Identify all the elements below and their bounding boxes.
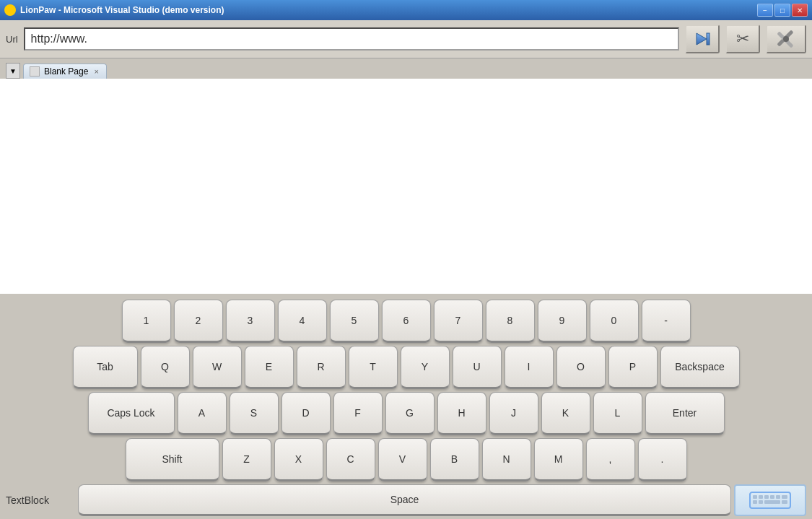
tab-blank-page[interactable]: Blank Page × — [23, 64, 107, 79]
key-5[interactable]: 5 — [330, 300, 379, 343]
key-8[interactable]: 8 — [486, 300, 535, 343]
key-o[interactable]: O — [556, 346, 606, 389]
key-c[interactable]: C — [326, 438, 375, 481]
key-k[interactable]: K — [541, 392, 590, 435]
svg-rect-15 — [782, 500, 787, 504]
svg-rect-14 — [764, 500, 780, 504]
key-d[interactable]: D — [281, 392, 331, 435]
key-row-zxcv: Shift Z X C V B N M , . — [126, 438, 687, 481]
key-backspace[interactable]: Backspace — [660, 346, 740, 389]
keyboard-rows: 1 2 3 4 5 6 7 8 9 0 - Tab Q W E R T Y U … — [0, 300, 812, 481]
key-j[interactable]: J — [489, 392, 538, 435]
tab-label: Blank Page — [44, 66, 88, 77]
svg-rect-10 — [776, 495, 780, 499]
key-v[interactable]: V — [378, 438, 427, 481]
close-button[interactable]: ✕ — [792, 4, 808, 17]
svg-rect-13 — [759, 500, 763, 504]
navigate-button[interactable] — [685, 25, 720, 53]
key-b[interactable]: B — [430, 438, 479, 481]
key-4[interactable]: 4 — [278, 300, 327, 343]
key-7[interactable]: 7 — [434, 300, 483, 343]
svg-point-4 — [783, 36, 789, 42]
svg-rect-11 — [782, 495, 787, 499]
key-3[interactable]: 3 — [226, 300, 275, 343]
key-tab[interactable]: Tab — [73, 346, 138, 389]
key-1[interactable]: 1 — [122, 300, 171, 343]
minimize-button[interactable]: − — [757, 4, 773, 17]
toolbar: Url ✂ — [0, 20, 812, 58]
title-bar: LionPaw - Microsoft Visual Studio (demo … — [0, 0, 812, 20]
key-u[interactable]: U — [453, 346, 502, 389]
key-h[interactable]: H — [437, 392, 486, 435]
svg-rect-9 — [770, 495, 774, 499]
scissors-icon: ✂ — [736, 30, 749, 48]
keyboard-icon — [748, 489, 792, 511]
app-title: LionPaw - Microsoft Visual Studio (demo … — [20, 5, 224, 15]
textblock-label: TextBlock — [6, 494, 78, 506]
key-shift[interactable]: Shift — [126, 438, 219, 481]
key-s[interactable]: S — [230, 392, 279, 435]
key-2[interactable]: 2 — [174, 300, 223, 343]
key-t[interactable]: T — [349, 346, 398, 389]
tools-icon — [773, 26, 799, 52]
key-0[interactable]: 0 — [590, 300, 639, 343]
app-icon — [4, 4, 16, 16]
key-9[interactable]: 9 — [538, 300, 587, 343]
tabs-bar: ▼ Blank Page × — [0, 58, 812, 79]
key-e[interactable]: E — [245, 346, 294, 389]
svg-rect-6 — [753, 495, 757, 499]
title-bar-left: LionPaw - Microsoft Visual Studio (demo … — [4, 4, 224, 16]
key-caps-lock[interactable]: Caps Lock — [88, 392, 175, 435]
key-z[interactable]: Z — [222, 438, 271, 481]
key-x[interactable]: X — [274, 438, 323, 481]
key-y[interactable]: Y — [401, 346, 450, 389]
key-w[interactable]: W — [193, 346, 242, 389]
key-p[interactable]: P — [608, 346, 658, 389]
key-6[interactable]: 6 — [382, 300, 431, 343]
key-i[interactable]: I — [505, 346, 554, 389]
key-n[interactable]: N — [482, 438, 531, 481]
svg-rect-12 — [753, 500, 757, 504]
dropdown-arrow-icon: ▼ — [9, 67, 17, 75]
bottom-bar: TextBlock Space — [0, 481, 812, 519]
tab-close-button[interactable]: × — [92, 67, 100, 76]
tools-button[interactable] — [766, 25, 806, 53]
key-enter[interactable]: Enter — [645, 392, 725, 435]
svg-rect-7 — [759, 495, 763, 499]
tab-page-icon — [30, 66, 40, 77]
key-g[interactable]: G — [385, 392, 435, 435]
url-label: Url — [6, 34, 18, 45]
browser-content — [0, 79, 812, 294]
key-row-asdf: Caps Lock A S D F G H J K L Enter — [88, 392, 725, 435]
key-f[interactable]: F — [333, 392, 383, 435]
svg-marker-0 — [697, 33, 707, 45]
key-l[interactable]: L — [593, 392, 642, 435]
keyboard-icon-button[interactable] — [734, 484, 806, 516]
window-controls: − □ ✕ — [757, 4, 808, 17]
key-comma[interactable]: , — [586, 438, 635, 481]
key-a[interactable]: A — [178, 392, 227, 435]
navigate-icon — [692, 30, 712, 48]
key-minus[interactable]: - — [642, 300, 691, 343]
url-input[interactable] — [24, 27, 679, 51]
key-row-numbers: 1 2 3 4 5 6 7 8 9 0 - — [122, 300, 691, 343]
restore-button[interactable]: □ — [774, 4, 790, 17]
key-period[interactable]: . — [638, 438, 687, 481]
tab-dropdown[interactable]: ▼ — [6, 63, 20, 79]
keyboard-area: 1 2 3 4 5 6 7 8 9 0 - Tab Q W E R T Y U … — [0, 294, 812, 519]
svg-rect-1 — [707, 33, 710, 45]
key-m[interactable]: M — [534, 438, 583, 481]
svg-rect-8 — [764, 495, 769, 499]
key-space[interactable]: Space — [78, 484, 731, 516]
key-row-qwerty: Tab Q W E R T Y U I O P Backspace — [73, 346, 740, 389]
scissors-button[interactable]: ✂ — [725, 25, 760, 53]
key-r[interactable]: R — [297, 346, 346, 389]
key-q[interactable]: Q — [141, 346, 190, 389]
